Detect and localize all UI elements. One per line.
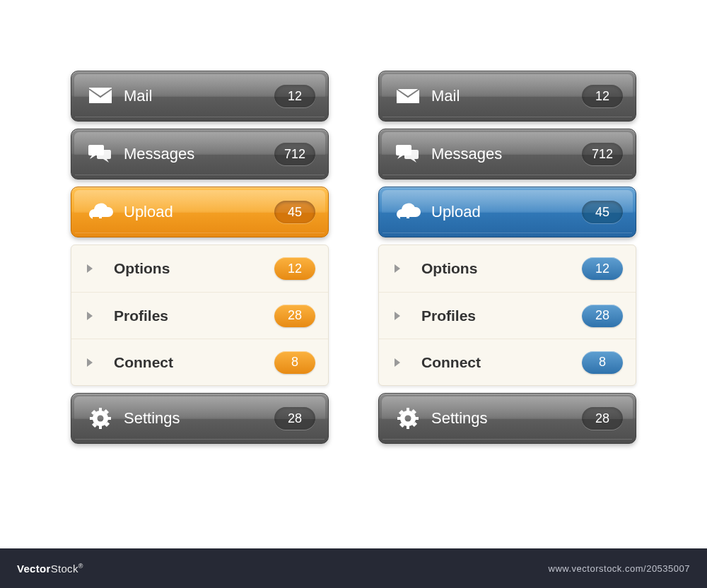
cloud-upload-icon (392, 203, 424, 221)
menu-right: Mail 12 Messages 712 Upload 45 Options 1… (378, 71, 636, 444)
gear-icon (84, 408, 117, 429)
submenu-item-options[interactable]: Options 12 (379, 245, 636, 292)
badge: 28 (582, 407, 623, 430)
badge: 8 (274, 351, 315, 374)
badge: 8 (582, 351, 623, 374)
svg-rect-1 (97, 150, 111, 159)
menu-item-label: Mail (124, 87, 274, 105)
submenu-item-profiles[interactable]: Profiles 28 (379, 292, 636, 339)
menu-item-label: Messages (431, 145, 582, 163)
badge: 12 (274, 85, 315, 107)
brand-logo: VectorStock® (17, 563, 83, 575)
submenu-item-label: Connect (114, 354, 274, 371)
svg-rect-19 (414, 417, 419, 420)
menu-item-label: Messages (124, 145, 274, 163)
messages-icon (84, 145, 117, 163)
submenu-item-label: Options (114, 260, 274, 277)
badge: 45 (274, 201, 315, 223)
menu-item-label: Settings (431, 409, 582, 428)
submenu-item-label: Profiles (114, 307, 274, 324)
image-id: www.vectorstock.com/20535007 (549, 563, 690, 574)
chevron-right-icon (395, 358, 400, 367)
submenu-item-connect[interactable]: Connect 8 (71, 339, 328, 385)
submenu-item-label: Options (421, 260, 582, 277)
badge: 712 (274, 143, 315, 165)
submenu-panel: Options 12 Profiles 28 Connect 8 (378, 245, 636, 386)
footer-bar: VectorStock® www.vectorstock.com/2053500… (0, 548, 707, 588)
menu-item-label: Settings (124, 409, 274, 428)
badge: 45 (582, 201, 623, 223)
menu-item-mail[interactable]: Mail 12 (71, 71, 329, 122)
submenu-panel: Options 12 Profiles 28 Connect 8 (71, 245, 329, 386)
svg-point-3 (98, 416, 104, 422)
brand-part-a: Vector (17, 563, 51, 575)
gear-icon (392, 408, 424, 429)
submenu-item-options[interactable]: Options 12 (71, 245, 328, 292)
svg-rect-5 (99, 425, 102, 429)
chevron-right-icon (395, 312, 400, 320)
badge: 12 (582, 85, 623, 107)
svg-rect-17 (407, 425, 409, 429)
badge: 28 (582, 305, 623, 327)
menu-item-mail[interactable]: Mail 12 (378, 71, 636, 122)
menu-item-messages[interactable]: Messages 712 (71, 129, 329, 180)
submenu-item-label: Connect (421, 354, 582, 371)
svg-rect-13 (404, 150, 419, 159)
svg-rect-7 (107, 417, 111, 420)
stage: Mail 12 Messages 712 Upload 45 Options 1… (0, 0, 707, 444)
badge: 28 (274, 305, 315, 327)
svg-rect-16 (407, 408, 409, 412)
messages-icon (392, 145, 424, 163)
mail-icon (392, 88, 424, 105)
badge: 712 (582, 143, 623, 165)
brand-part-b: Stock (51, 563, 78, 575)
menu-item-settings[interactable]: Settings 28 (71, 393, 329, 444)
menu-item-upload[interactable]: Upload 45 (378, 187, 636, 237)
chevron-right-icon (395, 264, 400, 273)
submenu-item-connect[interactable]: Connect 8 (379, 339, 636, 385)
badge: 28 (274, 407, 315, 430)
badge: 12 (582, 257, 623, 280)
svg-rect-4 (99, 408, 102, 412)
svg-rect-6 (90, 417, 94, 420)
chevron-right-icon (87, 358, 93, 367)
submenu-item-label: Profiles (421, 307, 582, 324)
menu-item-upload[interactable]: Upload 45 (71, 187, 329, 237)
submenu-item-profiles[interactable]: Profiles 28 (71, 292, 328, 339)
svg-point-15 (405, 416, 411, 422)
menu-item-messages[interactable]: Messages 712 (378, 129, 636, 180)
menu-left: Mail 12 Messages 712 Upload 45 Options 1… (71, 71, 329, 444)
menu-item-settings[interactable]: Settings 28 (378, 393, 636, 444)
chevron-right-icon (87, 264, 93, 273)
svg-rect-18 (397, 417, 402, 420)
badge: 12 (274, 257, 315, 280)
menu-item-label: Mail (431, 87, 582, 105)
menu-item-label: Upload (431, 203, 582, 221)
menu-item-label: Upload (124, 203, 274, 221)
cloud-upload-icon (84, 203, 117, 221)
chevron-right-icon (87, 312, 93, 320)
mail-icon (84, 88, 117, 105)
